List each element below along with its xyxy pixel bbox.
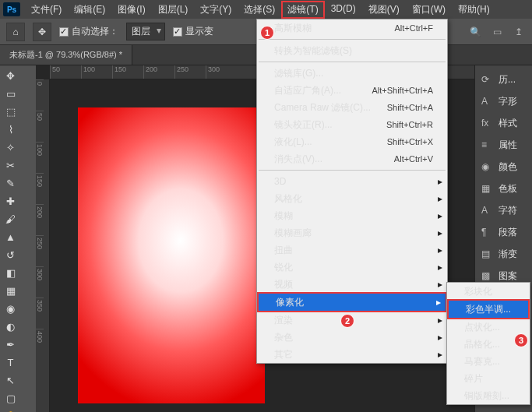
eraser-tool[interactable]: ◧ bbox=[2, 265, 19, 281]
shape-tool[interactable]: ▢ bbox=[2, 390, 19, 407]
menu-2[interactable]: 图像(I) bbox=[111, 1, 151, 19]
filter-item-16[interactable]: 锐化▸ bbox=[257, 259, 447, 276]
panel-8[interactable]: ▤渐变 bbox=[475, 243, 532, 265]
brush-tool[interactable]: 🖌 bbox=[2, 211, 19, 227]
menu-3[interactable]: 图层(L) bbox=[152, 1, 195, 19]
pixelate-item-6[interactable]: 铜版雕刻... bbox=[447, 387, 530, 404]
show-transform-check[interactable]: 显示变 bbox=[173, 25, 213, 38]
home-icon[interactable]: ⌂ bbox=[6, 23, 25, 41]
menu-7[interactable]: 3D(D) bbox=[325, 1, 362, 19]
filter-item-21[interactable]: 其它▸ bbox=[257, 346, 447, 363]
workspace-icon[interactable]: ▭ bbox=[490, 26, 504, 37]
menu-9[interactable]: 窗口(W) bbox=[406, 1, 452, 19]
panel-2[interactable]: fx样式 bbox=[475, 112, 532, 134]
type-tool[interactable]: T bbox=[2, 354, 19, 371]
filter-item-5[interactable]: 自适应广角(A)...Alt+Shift+Ctrl+A bbox=[257, 82, 447, 99]
filter-item-4[interactable]: 滤镜库(G)... bbox=[257, 65, 447, 82]
filter-menu: 高斯模糊Alt+Ctrl+F转换为智能滤镜(S)滤镜库(G)...自适应广角(A… bbox=[256, 19, 448, 364]
filter-item-12[interactable]: 风格化▸ bbox=[257, 190, 447, 207]
menu-6[interactable]: 滤镜(T) bbox=[281, 1, 324, 19]
pixelate-item-2[interactable]: 点状化... bbox=[447, 319, 530, 336]
filter-item-8[interactable]: 液化(L)...Shift+Ctrl+X bbox=[257, 133, 447, 150]
tools-panel: ✥ ▭ ⬚ ⌇ ✧ ✂ ✎ ✚ 🖌 ▲ ↺ ◧ ▦ ◉ ◐ ✒ T ↖ ▢ ✋ … bbox=[0, 65, 36, 412]
healing-tool[interactable]: ✚ bbox=[2, 193, 19, 210]
canvas[interactable] bbox=[78, 107, 265, 403]
search-icon[interactable]: 🔍 bbox=[468, 26, 482, 37]
menu-8[interactable]: 视图(V) bbox=[362, 1, 406, 19]
ps-logo: Ps bbox=[3, 2, 20, 16]
menu-10[interactable]: 帮助(H) bbox=[452, 1, 496, 19]
filter-item-11[interactable]: 3D▸ bbox=[257, 173, 447, 190]
menu-1[interactable]: 编辑(E) bbox=[68, 1, 111, 19]
auto-select-check[interactable]: 自动选择： bbox=[59, 25, 118, 38]
panel-3[interactable]: ≡属性 bbox=[475, 134, 532, 156]
panel-0[interactable]: ⟳历... bbox=[475, 69, 532, 90]
filter-item-9[interactable]: 消失点(V)...Alt+Ctrl+V bbox=[257, 150, 447, 167]
wand-tool[interactable]: ✧ bbox=[2, 139, 19, 156]
eyedropper-tool[interactable]: ✎ bbox=[2, 175, 19, 192]
filter-item-7[interactable]: 镜头校正(R)...Shift+Ctrl+R bbox=[257, 116, 447, 133]
stamp-tool[interactable]: ▲ bbox=[2, 229, 19, 245]
hand-tool[interactable]: ✋ bbox=[2, 408, 19, 412]
document-tab[interactable]: 未标题-1 @ 79.3%(RGB/8#) * bbox=[0, 45, 132, 65]
panel-1[interactable]: A字形 bbox=[475, 90, 532, 112]
annotation-badge-2: 2 bbox=[340, 314, 354, 328]
crop-tool[interactable]: ✂ bbox=[2, 157, 19, 174]
menu-4[interactable]: 文字(Y) bbox=[194, 1, 238, 19]
filter-item-17[interactable]: 视频▸ bbox=[257, 276, 447, 293]
filter-item-2[interactable]: 转换为智能滤镜(S) bbox=[257, 42, 447, 59]
ruler-vertical: 050100150200250300350400 bbox=[36, 79, 50, 412]
move-tool-icon[interactable]: ✥ bbox=[33, 23, 51, 41]
menubar: Ps 文件(F)编辑(E)图像(I)图层(L)文字(Y)选择(S)滤镜(T)3D… bbox=[0, 0, 532, 19]
layer-select[interactable]: 图层 bbox=[126, 23, 165, 40]
panel-4[interactable]: ◉颜色 bbox=[475, 156, 532, 178]
pen-tool[interactable]: ✒ bbox=[2, 336, 19, 353]
lasso-tool[interactable]: ⌇ bbox=[2, 121, 19, 138]
menu-5[interactable]: 选择(S) bbox=[238, 1, 281, 19]
menu-0[interactable]: 文件(F) bbox=[25, 1, 68, 19]
filter-item-18[interactable]: 像素化▸ bbox=[259, 294, 446, 311]
filter-item-6[interactable]: Camera Raw 滤镜(C)...Shift+Ctrl+A bbox=[257, 99, 447, 116]
share-icon[interactable]: ↥ bbox=[512, 26, 526, 37]
history-brush[interactable]: ↺ bbox=[2, 247, 19, 263]
annotation-badge-3: 3 bbox=[514, 333, 528, 347]
marquee-tool[interactable]: ⬚ bbox=[2, 104, 19, 120]
blur-tool[interactable]: ◉ bbox=[2, 301, 19, 317]
pixelate-item-1[interactable]: 彩色半调... bbox=[449, 301, 528, 318]
path-tool[interactable]: ↖ bbox=[2, 372, 19, 389]
filter-item-13[interactable]: 模糊▸ bbox=[257, 207, 447, 224]
filter-item-15[interactable]: 扭曲▸ bbox=[257, 241, 447, 259]
pixelate-item-5[interactable]: 碎片 bbox=[447, 370, 530, 387]
filter-item-14[interactable]: 模糊画廊▸ bbox=[257, 224, 447, 241]
pixelate-item-4[interactable]: 马赛克... bbox=[447, 353, 530, 370]
gradient-tool[interactable]: ▦ bbox=[2, 283, 19, 299]
annotation-badge-1: 1 bbox=[260, 26, 274, 40]
artboard-tool[interactable]: ▭ bbox=[2, 86, 19, 102]
pixelate-item-0[interactable]: 彩块化 bbox=[447, 283, 530, 300]
filter-item-20[interactable]: 杂色▸ bbox=[257, 329, 447, 346]
panel-5[interactable]: ▦色板 bbox=[475, 178, 532, 199]
panel-7[interactable]: ¶段落 bbox=[475, 221, 532, 243]
filter-item-0[interactable]: 高斯模糊Alt+Ctrl+F bbox=[257, 19, 447, 37]
panel-6[interactable]: A字符 bbox=[475, 199, 532, 221]
dodge-tool[interactable]: ◐ bbox=[2, 319, 19, 335]
move-tool[interactable]: ✥ bbox=[2, 68, 19, 84]
